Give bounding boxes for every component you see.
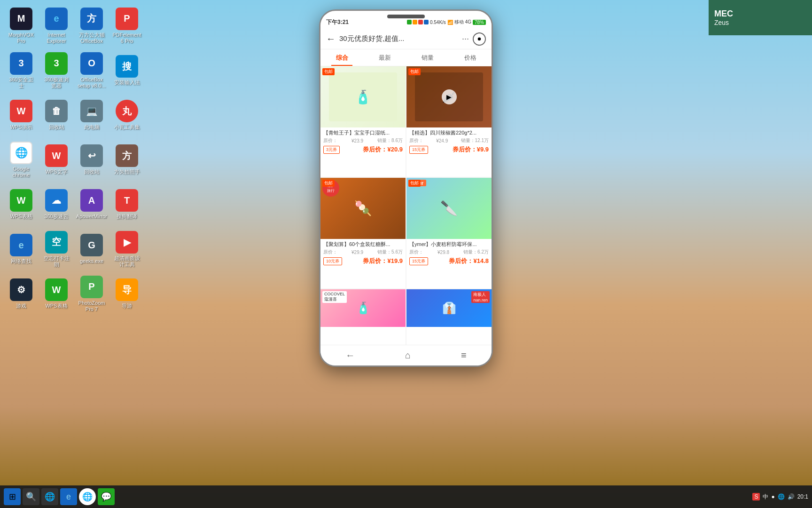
taskbar-time: 20:1 [797, 493, 808, 500]
wangfang-icon: 方 [80, 8, 103, 30]
360cloud2-icon: 空 [45, 231, 68, 254]
360cloud-icon: ☁ [45, 189, 68, 212]
product-img-nanren: 南极人nan.ren 👔 [406, 289, 492, 327]
icon-geeks[interactable]: G geeks.exe [75, 228, 108, 270]
icon-ie[interactable]: e Internet Explorer [40, 5, 73, 47]
icon-apowermir[interactable]: A ApowerMirror [75, 183, 108, 226]
more-button[interactable]: ··· [462, 34, 469, 44]
nav-home-button[interactable]: ⌂ [405, 350, 411, 361]
mycomputer-label: 此电脑 [84, 124, 100, 130]
taskbar-chrome[interactable]: 🌐 [79, 488, 96, 505]
tab-comprehensive[interactable]: 综合 [320, 49, 363, 66]
sales-label-4: 销量：6.2万 [463, 249, 489, 255]
product-original-price-cutting: 原价： ¥29.8 销量：6.2万 [409, 249, 489, 255]
geeks-icon: G [80, 234, 103, 256]
final-price-cutting: 券后价：¥14.8 [449, 257, 489, 265]
final-price-tangyuan: 券后价：¥19.9 [363, 257, 403, 265]
sougo-icon: 搜 [116, 55, 138, 78]
tab-latest[interactable]: 最新 [363, 49, 406, 66]
product-tag-chili: 包邮 [408, 68, 421, 75]
product-img-wet-wipes: 🧴 包邮 [320, 66, 406, 127]
coupon-tangyuan[interactable]: 10元券 [323, 257, 342, 265]
product-card-wet-wipes[interactable]: 🧴 包邮 【青蛙王子】宝宝手口湿纸... 原价： ¥23.9 销量：8.6万 [320, 66, 406, 177]
product-name-wet-wipes: 【青蛙王子】宝宝手口湿纸... [323, 129, 403, 136]
recycle2-icon: ↩ [80, 144, 103, 167]
icon-steam[interactable]: ⚙ 游戏 [5, 273, 38, 315]
phone-container: 下午3:21 0.54K/s 📶 移动 4G 78% ← [319, 9, 493, 367]
360cloud2-label: 空忘打卡注朗 [42, 255, 70, 268]
icon-recyclebin[interactable]: 🗑 回收站 [40, 94, 73, 136]
taskbar-sound-icon: 🔊 [788, 493, 795, 500]
product-card-tangyuan[interactable]: 造梦旅行 🍡 包邮 【聚划算】60个盒装红糖酥... 原价： ¥29.9 销量：… [320, 178, 406, 288]
product-tag-cutting: 包邮 [408, 180, 421, 187]
icon-wps-ppt[interactable]: W WPS演示 [5, 94, 38, 136]
icon-360browser[interactable]: 3 360极速浏览器 [40, 49, 73, 92]
product-card-nanren[interactable]: 南极人nan.ren 👔 [406, 289, 492, 348]
taskbar-start-button[interactable]: ⊞ [4, 488, 21, 505]
video-play-button[interactable]: ▶ [442, 89, 457, 104]
icon-wangfang[interactable]: 方 万方公大顿OfficeBox [75, 5, 108, 47]
product-info-tangyuan: 【聚划算】60个盒装红糖酥... 原价： ¥29.9 销量：5.6万 10元券 … [320, 239, 406, 267]
product-info-chili: 【精选】四川辣椒酱220g*2... 原价： ¥24.9 销量：12.1万 15… [406, 127, 492, 156]
nav-menu-button[interactable]: ≡ [461, 350, 467, 361]
icon-wps-word[interactable]: W WPS文字 [40, 139, 73, 181]
taskbar-wechat[interactable]: 💬 [98, 488, 115, 505]
top-right-panel: MEC Zeus [709, 0, 812, 35]
icon-officebox[interactable]: O OfficeBox setup v8.0... [75, 49, 108, 92]
price-row-chili: 15元券 券后价：¥9.9 [409, 145, 489, 154]
icon-nav[interactable]: 导 导游 [110, 273, 143, 315]
apowermir-label: ApowerMirror [76, 214, 107, 220]
orig-price-label-2: 原价： [409, 137, 423, 144]
product-card-cutting[interactable]: ymer 🔪 包邮 【ymer】小麦秸秆防霉环保... 原价： ¥29.8 销量… [406, 178, 492, 288]
icon-ie2[interactable]: e 网络查找 [5, 228, 38, 270]
morphvox-label: MorphVOX Pro [7, 32, 35, 44]
officebox-icon: O [80, 52, 103, 75]
nav-icon: 导 [116, 278, 138, 301]
icon-mycomputer[interactable]: 💻 此电脑 [75, 94, 108, 136]
360cloud-label: 360极速云 [44, 214, 68, 220]
ie2-icon: e [10, 234, 32, 256]
officebox-label: OfficeBox setup v8.0... [78, 77, 106, 89]
product-img-cutting: ymer 🔪 包邮 [406, 178, 492, 239]
icon-360cloud2[interactable]: 空 空忘打卡注朗 [40, 228, 73, 270]
status-time: 下午3:21 [326, 18, 349, 26]
product-card-cocovel[interactable]: COCOVEL蔻漫喜 🧴 [320, 289, 406, 348]
taskbar-search[interactable]: 🔍 [23, 488, 39, 505]
nav-back-button[interactable]: ← [345, 350, 355, 361]
icon-wps-excel[interactable]: W WPS表格 [5, 183, 38, 226]
sougo-label: 安装输入法 [114, 79, 140, 86]
icon-pdf[interactable]: P PDFelement 6 Pro [110, 5, 143, 47]
icon-videotool[interactable]: ▶ 超清画质设计工具 [110, 228, 143, 270]
product-info-wet-wipes: 【青蛙王子】宝宝手口湿纸... 原价： ¥23.9 销量：8.6万 3元券 券后… [320, 127, 406, 156]
taskbar-cortana[interactable]: 🌐 [41, 488, 58, 505]
icon-sougo[interactable]: 搜 安装输入法 [110, 49, 143, 92]
record-button[interactable]: ⏺ [473, 32, 486, 46]
final-price-wet-wipes: 券后价：¥20.9 [363, 145, 403, 154]
tab-sales[interactable]: 销量 [406, 49, 449, 66]
product-card-chili[interactable]: 🌶 包邮 ▶ 【精选】四川辣椒酱220g*2... 原价： ¥24.9 销量：1… [406, 66, 492, 177]
tab-price[interactable]: 价格 [449, 49, 492, 66]
icon-fangpai[interactable]: 方 方矢拍照手 [110, 139, 143, 181]
coupon-chili[interactable]: 15元券 [409, 146, 428, 154]
product-original-price-tangyuan: 原价： ¥29.9 销量：5.6万 [323, 249, 403, 255]
coupon-cutting[interactable]: 15元券 [409, 257, 428, 265]
wps-pdf2-label: WPS表格 [45, 303, 67, 309]
icon-morphvox[interactable]: M MorphVOX Pro [5, 5, 38, 47]
icon-photozoom[interactable]: P PhotoZoom Pro 7 [75, 273, 108, 315]
icon-xiaowa[interactable]: 丸 小瓦工具集 [110, 94, 143, 136]
icon-360cloud[interactable]: ☁ 360极速云 [40, 183, 73, 226]
fangpai-label: 方矢拍照手 [114, 169, 140, 175]
translate-icon: T [116, 189, 138, 212]
icon-recycle2[interactable]: ↩ 回收站 [75, 139, 108, 181]
icon-translate[interactable]: T 搜狗翻译 [110, 183, 143, 226]
back-button[interactable]: ← [326, 33, 336, 44]
coupon-wet-wipes[interactable]: 3元券 [323, 146, 340, 154]
taskbar-explorer[interactable]: e [60, 488, 77, 505]
icon-green1 [407, 20, 412, 24]
nav-label: 导游 [122, 303, 132, 309]
icon-wps-pdf2[interactable]: W WPS表格 [40, 273, 73, 315]
icon-googlechrome[interactable]: 🌐 Google chrome [5, 139, 38, 181]
taskbar: ⊞ 🔍 🌐 e 🌐 💬 S 中 ● 🌐 🔊 20:1 [0, 485, 812, 508]
status-colored-icons [407, 20, 429, 24]
icon-360safe[interactable]: 3 360安全卫士 [5, 49, 38, 92]
